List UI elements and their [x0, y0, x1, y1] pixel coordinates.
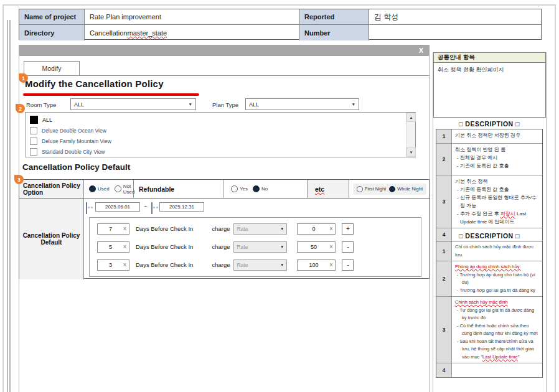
desc-line: 기본 취소 정책 [455, 177, 539, 185]
directory-value-misspelled: master_state [128, 29, 167, 37]
etc-label: etc [315, 185, 324, 193]
room-type-dropdown[interactable]: ALL ▼ [70, 98, 196, 110]
close-icon[interactable]: X [419, 45, 430, 56]
days-value: 7 [98, 226, 123, 232]
scrollbar[interactable]: ▲ ▼ [406, 113, 415, 157]
chevron-down-icon: ▼ [352, 102, 355, 106]
no-radio[interactable] [253, 185, 260, 192]
clear-icon[interactable]: X [329, 262, 332, 268]
list-item-label: ALL [42, 117, 52, 123]
calendar-icon[interactable] [151, 202, 153, 214]
checkbox-icon[interactable] [30, 138, 37, 145]
charge-label: charge [212, 243, 230, 250]
number-label: Number [299, 25, 369, 40]
charge-value-input[interactable]: 100 X [297, 259, 336, 271]
reported-label: Reported [299, 9, 369, 25]
row-number: 2 [436, 144, 452, 175]
desc-line: - Trường hợp gọi lại giá trị đã đăng ký [455, 287, 539, 295]
rate-dropdown-value: Rate [237, 226, 248, 232]
charge-value-input[interactable]: 0 X [297, 223, 336, 235]
red-underline [23, 93, 199, 96]
clear-icon[interactable]: X [123, 262, 126, 268]
checkbox-icon[interactable] [30, 127, 37, 134]
table-row: 1 기본 취소 정책만 저장된 경우 [436, 129, 542, 144]
charge-value: 0 [298, 226, 329, 232]
date-range-tilde: ~ [144, 203, 147, 210]
days-input[interactable]: 7 X [97, 223, 129, 235]
room-type-label: Room Type [26, 101, 56, 108]
checkbox-checked-icon[interactable] [30, 116, 38, 124]
desc-line: 기본 취소 정책만 저장된 경우 [455, 131, 539, 139]
calendar-icon[interactable] [86, 202, 87, 214]
date-from-input[interactable]: 2025.06.01 [95, 202, 140, 212]
clear-icon[interactable]: X [123, 244, 126, 250]
desc-line-highlight: 저장시 [500, 211, 515, 217]
refundable-label: Refundable [139, 185, 174, 193]
table-row: 2 Phòng áp dụng chính sách hủy: - Trường… [436, 261, 542, 297]
remove-rule-button[interactable]: - [342, 241, 354, 253]
charge-label: charge [212, 225, 230, 232]
add-rule-button[interactable]: + [342, 223, 354, 235]
not-used-radio[interactable] [115, 185, 121, 192]
days-input[interactable]: 3 X [97, 259, 129, 271]
row-number: 1 [436, 129, 452, 143]
rate-dropdown[interactable]: Rate ▼ [233, 259, 287, 271]
days-before-checkin-label: Days Before Check In [136, 243, 193, 250]
rate-dropdown[interactable]: Rate ▼ [233, 241, 287, 253]
directory-value-text: Cancellation [90, 29, 128, 37]
tab-strip-line [19, 75, 430, 76]
yes-radio-label: Yes [240, 186, 248, 192]
row-number: 1 [436, 241, 452, 261]
remove-rule-button[interactable]: - [342, 259, 354, 271]
tab-modify[interactable]: Modify [24, 61, 80, 76]
whole-night-radio[interactable] [389, 186, 395, 192]
used-radio[interactable] [89, 185, 96, 192]
not-used-radio-label: Not Used [123, 184, 135, 195]
panel-title-bar: X [19, 45, 430, 56]
yes-radio[interactable] [231, 185, 238, 192]
clear-icon[interactable]: X [329, 244, 332, 250]
charge-value-input[interactable]: 50 X [297, 241, 336, 253]
desc-subheading: Chính sách hủy mặc định [455, 299, 539, 307]
annotation-marker-1: 1 [19, 73, 28, 83]
date-to-input[interactable]: 2025.12.31 [159, 202, 204, 212]
cancellation-policy-table: Cancellation Policy Option Used Not Used… [19, 179, 430, 279]
rate-dropdown[interactable]: Rate ▼ [233, 223, 287, 235]
days-input[interactable]: 5 X [97, 241, 129, 253]
first-night-radio-label: First Night [365, 186, 386, 192]
first-night-radio[interactable] [357, 186, 363, 192]
description-heading: □ DESCRIPTION □ [436, 120, 543, 128]
room-type-value: ALL [74, 101, 84, 108]
charge-rule-row: 5 X Days Before Check In charge Rate ▼ 5… [97, 241, 417, 252]
row-number: 4 [436, 363, 452, 377]
name-of-project-label: Name of project [19, 9, 85, 25]
clear-icon[interactable]: X [329, 226, 332, 231]
plan-type-value: ALL [249, 101, 259, 108]
row-number: 3 [436, 175, 452, 228]
window-frame-line [7, 20, 7, 392]
room-list-box: ALL Deluxe Double Ocean View Deluxe Fami… [25, 112, 416, 157]
list-item-room[interactable]: Standard Double City View [30, 146, 415, 157]
desc-line: 취소 정책이 반영 된 룸 [455, 146, 539, 154]
desc-line: Chỉ có chính sách hủy mặc định được lưu. [455, 243, 539, 259]
desc-empty-cell [452, 363, 542, 377]
desc-line: - 신규 등록과 동일한 형태로 추가/수정 가능 [455, 194, 539, 210]
list-item-room[interactable]: Deluxe Double Ocean View [30, 125, 415, 136]
annotation-marker-3: 3 [14, 175, 24, 184]
scroll-down-icon[interactable]: ▼ [406, 147, 416, 157]
row-number: 3 [436, 297, 452, 363]
plan-type-dropdown[interactable]: ALL ▼ [245, 98, 359, 110]
checkbox-icon[interactable] [30, 148, 37, 156]
no-radio-label: No [261, 186, 268, 192]
chevron-down-icon: ▼ [189, 102, 192, 106]
list-item-label: Standard Double City View [42, 149, 105, 155]
list-item-all[interactable]: ALL [30, 114, 415, 125]
list-item-room[interactable]: Deluxe Family Mountain View [30, 136, 415, 146]
table-row: 1 Chỉ có chính sách hủy mặc định được lư… [436, 241, 542, 261]
days-value: 3 [98, 262, 123, 268]
scroll-up-icon[interactable]: ▲ [406, 113, 416, 122]
desc-line: - 전체일 경우 예시 [455, 154, 539, 162]
table-row: 3 Chính sách hủy mặc định - Tự động gọi … [436, 297, 542, 363]
clear-icon[interactable]: X [123, 226, 126, 231]
days-before-checkin-label: Days Before Check In [136, 225, 193, 232]
